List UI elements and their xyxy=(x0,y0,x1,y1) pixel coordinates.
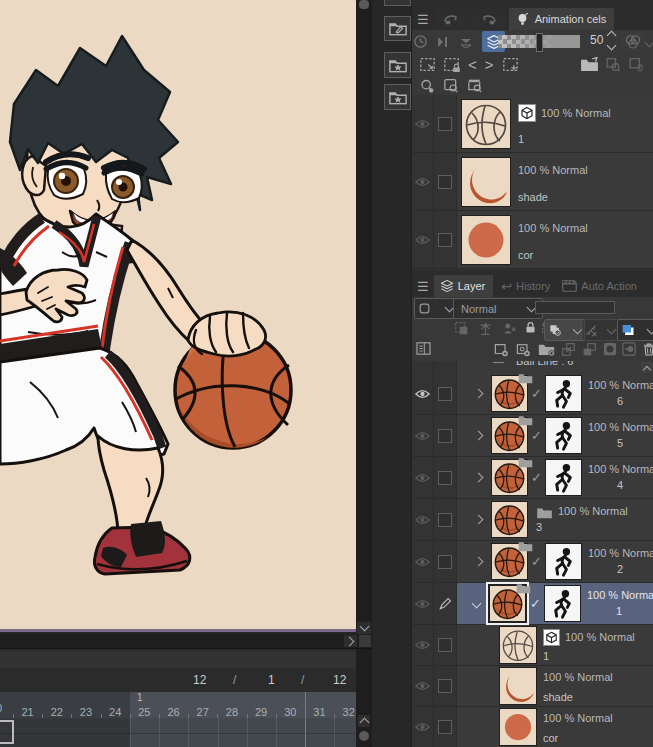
layer-checkbox[interactable] xyxy=(438,720,452,734)
blend-mode-icon[interactable] xyxy=(620,31,646,51)
layer-name[interactable]: 4 xyxy=(617,479,623,492)
layer-row-5[interactable]: ✓ 100 % Normal 5 xyxy=(412,415,653,457)
new-vector-layer-icon[interactable] xyxy=(513,342,533,357)
tab-history[interactable]: ↩ History xyxy=(493,275,558,297)
expand-chevron-icon[interactable] xyxy=(474,557,484,567)
tab-onion-skin-prev[interactable] xyxy=(435,9,469,29)
blend-mode-dropdown[interactable]: Normal xyxy=(453,298,543,319)
layer-checkbox[interactable] xyxy=(438,555,452,569)
layer-checkbox[interactable] xyxy=(438,429,452,443)
cel-row-1[interactable]: 100 % Normal 1 xyxy=(412,95,653,153)
material-tab-star-folder-2[interactable] xyxy=(384,84,411,110)
playback-time-icon[interactable] xyxy=(412,34,429,49)
layer-thumbnail[interactable] xyxy=(491,417,528,454)
layer-thumbnail-selected[interactable] xyxy=(488,584,527,623)
duplicate-cel-icon[interactable] xyxy=(602,57,625,72)
visibility-eye-icon[interactable] xyxy=(415,681,430,691)
layer-checkbox[interactable] xyxy=(438,513,452,527)
layer-thumbnail[interactable] xyxy=(491,501,528,538)
canvas-vscroll-thumb[interactable] xyxy=(359,0,369,9)
cel-thumbnail[interactable] xyxy=(461,99,511,149)
material-tab-star-folder-1[interactable] xyxy=(384,52,411,78)
cel-checkbox[interactable] xyxy=(438,233,452,247)
layer-opacity-bar[interactable] xyxy=(535,301,615,314)
timeline-thumbnail[interactable] xyxy=(544,585,581,622)
canvas-hscrollbar[interactable] xyxy=(0,634,372,648)
opacity-spinner[interactable] xyxy=(608,32,615,49)
layer-name[interactable]: 2 xyxy=(617,563,623,576)
layer-thumbnail[interactable] xyxy=(499,708,537,746)
opacity-value[interactable]: 50 xyxy=(590,33,603,47)
timeline-scroll-thumb[interactable] xyxy=(359,731,369,741)
layer-list-view-icon[interactable] xyxy=(414,342,433,355)
cel-preview-icon[interactable] xyxy=(440,78,462,93)
layer-row-3[interactable]: 100 % Normal 3 xyxy=(412,499,653,541)
timeline-ruler[interactable]: 0 1 212223242526272829303132 xyxy=(0,692,356,718)
timeline-track-area[interactable] xyxy=(0,718,356,747)
apply-mask-icon[interactable] xyxy=(620,342,638,356)
visibility-eye-icon[interactable] xyxy=(415,235,430,245)
new-cel-icon[interactable] xyxy=(416,57,438,72)
new-folder-icon[interactable] xyxy=(536,342,556,356)
set-showhide-combo[interactable] xyxy=(544,319,585,341)
tab-auto-action[interactable]: Auto Action xyxy=(558,275,641,297)
add-cel-icon[interactable] xyxy=(500,57,522,72)
visibility-eye-icon[interactable] xyxy=(415,599,430,609)
layer-color-combo[interactable] xyxy=(617,319,653,341)
child-layer-row-shade[interactable]: 100 % Normal shade xyxy=(412,666,653,707)
cel-preview2-icon[interactable] xyxy=(464,78,486,93)
layer-checkbox[interactable] xyxy=(438,638,452,652)
child-layer-row-1[interactable]: 100 % Normal 1 xyxy=(412,625,653,666)
end-frame-value[interactable]: 12 xyxy=(333,673,346,687)
lock-cel-icon[interactable] xyxy=(440,57,462,72)
delete-layer-icon[interactable] xyxy=(640,342,653,357)
layer-name[interactable]: 1 xyxy=(616,605,622,618)
layer-row-2[interactable]: ✓ 100 % Normal 2 xyxy=(412,541,653,583)
visibility-eye-icon[interactable] xyxy=(415,473,430,483)
delete-cel-icon[interactable] xyxy=(625,57,648,72)
layer-checkbox[interactable] xyxy=(438,387,452,401)
collapse-chevron-icon[interactable] xyxy=(472,599,482,609)
layer-name[interactable]: cor xyxy=(543,732,558,745)
tab-animation-cels[interactable]: Animation cels xyxy=(509,8,615,30)
layer-thumbnail[interactable] xyxy=(499,667,537,705)
canvas-vscrollbar[interactable] xyxy=(356,0,372,634)
reference-layer-icon[interactable] xyxy=(476,321,495,336)
layer-name[interactable]: 3 xyxy=(536,521,542,534)
layer-name[interactable]: 6 xyxy=(617,395,623,408)
layer-thumbnail[interactable] xyxy=(491,375,528,412)
material-tab-partial[interactable] xyxy=(384,0,411,6)
onion-range-icon[interactable] xyxy=(456,35,476,49)
palette-combo[interactable] xyxy=(414,298,458,319)
cel-thumbnail[interactable] xyxy=(461,157,511,207)
layer-row-4[interactable]: ✓ 100 % Normal 4 xyxy=(412,457,653,499)
layer-name[interactable]: 5 xyxy=(617,437,623,450)
visibility-eye-icon[interactable] xyxy=(415,431,430,441)
mask-icon[interactable] xyxy=(601,342,619,356)
visibility-eye-icon[interactable] xyxy=(415,515,430,525)
draft-layer-icon[interactable] xyxy=(500,321,519,336)
cel-name[interactable]: cor xyxy=(518,249,533,262)
expand-chevron-icon[interactable] xyxy=(474,515,484,525)
skip-frame-icon[interactable] xyxy=(433,36,453,48)
cel-name[interactable]: 1 xyxy=(518,133,524,146)
cel-checkbox[interactable] xyxy=(438,175,452,189)
expand-chevron-icon[interactable] xyxy=(474,473,484,483)
tab-layer[interactable]: Layer xyxy=(434,275,494,297)
cel-row-shade[interactable]: 100 % Normal shade xyxy=(412,153,653,211)
timeline-thumbnail[interactable] xyxy=(545,417,582,454)
cel-thumbnail[interactable] xyxy=(461,215,511,265)
visibility-eye-icon[interactable] xyxy=(415,389,430,399)
layer-thumbnail[interactable] xyxy=(491,459,528,496)
slider-handle[interactable] xyxy=(536,33,543,52)
timeline-thumbnail[interactable] xyxy=(545,375,582,412)
visibility-eye-icon[interactable] xyxy=(415,119,430,129)
cel-keyframe-box[interactable] xyxy=(0,720,14,744)
timeline-thumbnail[interactable] xyxy=(545,543,582,580)
fps-value[interactable]: 12 xyxy=(193,673,206,687)
new-layer-icon[interactable] xyxy=(491,342,511,357)
transfer-to-lower-icon[interactable] xyxy=(559,342,578,357)
layer-checkbox[interactable] xyxy=(438,679,452,693)
canvas-hscroll-right-button[interactable] xyxy=(344,635,357,647)
layer-checkbox[interactable] xyxy=(438,471,452,485)
